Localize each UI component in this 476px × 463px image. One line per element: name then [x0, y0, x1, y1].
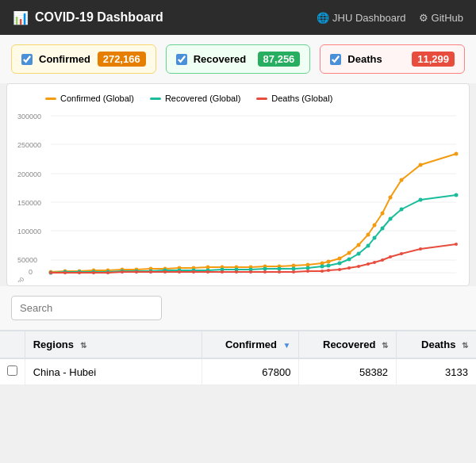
svg-point-68	[367, 233, 370, 237]
svg-point-72	[400, 178, 404, 182]
svg-text:300000: 300000	[17, 113, 41, 121]
svg-point-109	[92, 271, 95, 274]
svg-point-124	[306, 270, 309, 273]
svg-point-98	[357, 252, 361, 256]
deaths-checkbox[interactable]	[330, 54, 341, 65]
table-body: China - Hubei 67800 58382 3133	[0, 358, 476, 385]
row-checkbox[interactable]	[7, 365, 17, 376]
table-header-row: Regions ⇅ Confirmed ▼ Recovered ⇅ Deaths…	[0, 331, 476, 358]
svg-point-101	[381, 227, 385, 231]
svg-point-110	[106, 271, 109, 274]
deaths-label: Deaths	[347, 53, 382, 65]
svg-point-112	[135, 270, 138, 274]
svg-text:250000: 250000	[17, 141, 41, 149]
checkbox-header	[0, 331, 25, 358]
legend-recovered: Recovered (Global)	[150, 94, 240, 103]
recovered-value: 87,256	[258, 52, 301, 67]
svg-point-100	[373, 236, 377, 240]
svg-point-119	[235, 270, 238, 274]
svg-point-103	[400, 208, 404, 212]
column-recovered[interactable]: Recovered ⇅	[299, 331, 397, 358]
globe-icon: 🌐	[317, 12, 329, 24]
svg-point-97	[347, 258, 351, 262]
legend-recovered-dot	[150, 98, 161, 100]
confirmed-checkbox[interactable]	[21, 54, 33, 65]
svg-point-104	[419, 198, 423, 202]
region-cell: China - Hubei	[25, 358, 202, 385]
legend-confirmed: Confirmed (Global)	[45, 94, 134, 103]
recovered-dots	[49, 193, 459, 275]
github-icon: ⚙	[419, 12, 428, 24]
svg-point-133	[389, 255, 392, 258]
github-link[interactable]: ⚙ GitHub	[419, 12, 463, 24]
chart-area: 300000 250000 200000 150000 100000 50000…	[13, 108, 463, 282]
chart-legend: Confirmed (Global) Recovered (Global) De…	[45, 94, 463, 103]
legend-confirmed-label: Confirmed (Global)	[60, 94, 134, 103]
search-input[interactable]	[11, 296, 162, 320]
svg-point-135	[419, 247, 422, 251]
data-table: Regions ⇅ Confirmed ▼ Recovered ⇅ Deaths…	[0, 331, 476, 385]
legend-deaths-label: Deaths (Global)	[271, 94, 332, 103]
svg-point-131	[373, 261, 376, 264]
header-nav: 🌐 JHU Dashboard ⚙ GitHub	[317, 12, 463, 24]
svg-text:Jan 30, 2020: Jan 30, 2020	[13, 269, 14, 282]
svg-point-65	[338, 257, 342, 261]
svg-point-117	[206, 270, 209, 274]
column-regions[interactable]: Regions ⇅	[25, 331, 202, 358]
github-label: GitHub	[432, 12, 463, 24]
search-area	[0, 286, 476, 330]
recovered-checkbox[interactable]	[176, 54, 187, 65]
confirmed-cell: 67800	[202, 358, 299, 385]
deaths-card: Deaths 11,299	[320, 44, 465, 74]
svg-point-134	[400, 252, 403, 255]
svg-point-102	[389, 217, 393, 221]
deaths-line	[51, 244, 456, 273]
deaths-sort-icon: ⇅	[462, 341, 468, 350]
confirmed-label: Confirmed	[39, 53, 90, 65]
jhu-dashboard-link[interactable]: 🌐 JHU Dashboard	[317, 12, 406, 24]
confirmed-line	[51, 154, 456, 272]
regions-sort-icon: ⇅	[80, 341, 86, 350]
deaths-value: 11,299	[412, 52, 455, 67]
column-deaths[interactable]: Deaths ⇅	[397, 331, 476, 358]
svg-point-95	[327, 264, 331, 268]
svg-text:200000: 200000	[17, 170, 41, 178]
chart-container: Confirmed (Global) Recovered (Global) De…	[6, 83, 470, 286]
svg-text:Feb 01, 2020: Feb 01, 2020	[13, 276, 26, 282]
chart-icon: 📊	[13, 10, 29, 25]
recovered-cell: 58382	[299, 358, 397, 385]
svg-point-108	[78, 271, 81, 274]
app-title-group: 📊 COVID-19 Dashboard	[13, 10, 163, 25]
legend-deaths-dot	[256, 98, 267, 100]
app-header: 📊 COVID-19 Dashboard 🌐 JHU Dashboard ⚙ G…	[0, 0, 476, 35]
legend-confirmed-dot	[45, 98, 56, 100]
data-table-container: Regions ⇅ Confirmed ▼ Recovered ⇅ Deaths…	[0, 330, 476, 385]
svg-point-107	[63, 271, 67, 274]
svg-point-126	[327, 269, 330, 272]
svg-point-93	[306, 266, 310, 270]
jhu-label: JHU Dashboard	[332, 12, 406, 24]
svg-point-91	[278, 267, 282, 271]
svg-point-90	[263, 267, 267, 271]
svg-text:50000: 50000	[17, 256, 37, 264]
svg-point-66	[347, 251, 351, 255]
svg-text:0: 0	[29, 268, 33, 276]
table-row: China - Hubei 67800 58382 3133	[0, 358, 476, 385]
svg-point-67	[357, 243, 361, 247]
svg-point-127	[338, 268, 341, 271]
svg-point-122	[278, 270, 281, 274]
svg-text:100000: 100000	[17, 228, 41, 235]
svg-point-116	[192, 270, 195, 274]
svg-point-125	[321, 270, 324, 273]
svg-point-94	[321, 265, 324, 269]
svg-point-120	[249, 270, 252, 274]
svg-point-129	[357, 265, 360, 268]
svg-point-64	[327, 260, 331, 264]
svg-point-69	[373, 224, 377, 228]
row-checkbox-cell[interactable]	[0, 358, 25, 385]
column-confirmed[interactable]: Confirmed ▼	[202, 331, 299, 358]
deaths-cell: 3133	[397, 358, 476, 385]
svg-point-115	[178, 270, 181, 274]
stats-row: Confirmed 272,166 Recovered 87,256 Death…	[0, 35, 476, 83]
svg-point-113	[149, 270, 152, 274]
